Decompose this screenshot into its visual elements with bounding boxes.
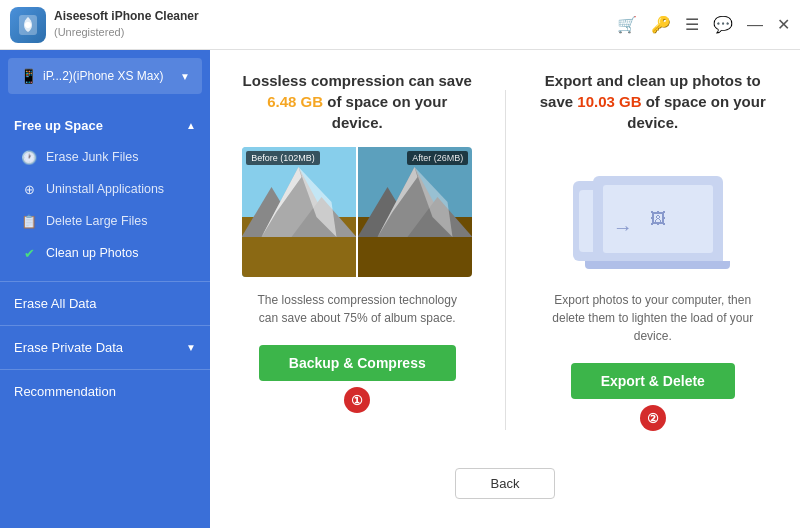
export-delete-title: Export and clean up photos to save 10.03…	[536, 70, 771, 133]
sidebar-item-erase-private-data[interactable]: Erase Private Data ▼	[0, 330, 210, 365]
device-name: iP...2)(iPhone XS Max)	[43, 69, 164, 83]
chevron-up-icon: ▲	[186, 120, 196, 131]
export-description: Export photos to your computer, then del…	[536, 291, 771, 345]
key-icon[interactable]: 🔑	[651, 15, 671, 34]
sidebar-item-erase-junk[interactable]: 🕐 Erase Junk Files	[0, 141, 210, 173]
svg-point-1	[25, 22, 31, 28]
menu-icon[interactable]: ☰	[685, 15, 699, 34]
sidebar: 📱 iP...2)(iPhone XS Max) ▼ Free up Space…	[0, 50, 210, 528]
before-label: Before (102MB)	[246, 151, 320, 165]
main-layout: 📱 iP...2)(iPhone XS Max) ▼ Free up Space…	[0, 50, 800, 528]
backup-compress-title: Lossless compression can save 6.48 GB of…	[240, 70, 475, 133]
uninstall-icon: ⊕	[20, 180, 38, 198]
backup-title-before: Lossless compression can save	[243, 72, 472, 89]
chat-icon[interactable]: 💬	[713, 15, 733, 34]
export-badge-row: ②	[640, 405, 666, 431]
transfer-arrow-icon: →	[613, 216, 633, 239]
backup-compress-card: Lossless compression can save 6.48 GB of…	[240, 70, 475, 450]
file-icon: 📋	[20, 212, 38, 230]
cart-icon[interactable]: 🛒	[617, 15, 637, 34]
before-after-image: Before (102MB)	[242, 147, 472, 277]
app-info: Aiseesoft iPhone Cleaner (Unregistered)	[10, 7, 199, 43]
backup-badge-row: ①	[344, 387, 370, 413]
backup-description: The lossless compression technology can …	[240, 291, 475, 327]
laptop-photo-icon: 🖼	[650, 210, 666, 228]
sidebar-item-clean-photos[interactable]: ✔ Clean up Photos	[0, 237, 210, 269]
check-icon: ✔	[20, 244, 38, 262]
device-icon: 📱	[20, 68, 37, 84]
close-button[interactable]: ✕	[777, 15, 790, 34]
image-divider	[356, 147, 358, 277]
app-title: Aiseesoft iPhone Cleaner (Unregistered)	[54, 9, 199, 40]
sidebar-divider-3	[0, 369, 210, 370]
sidebar-divider-1	[0, 281, 210, 282]
backup-highlight: 6.48 GB	[267, 93, 323, 110]
options-row: Lossless compression can save 6.48 GB of…	[240, 70, 770, 450]
content-area: Lossless compression can save 6.48 GB of…	[210, 50, 800, 528]
title-bar: Aiseesoft iPhone Cleaner (Unregistered) …	[0, 0, 800, 50]
back-button[interactable]: Back	[455, 468, 556, 499]
bottom-bar: Back	[240, 460, 770, 513]
export-illustration: 🖼 → 🖼	[553, 147, 753, 277]
minimize-button[interactable]: —	[747, 16, 763, 34]
content-inner: Lossless compression can save 6.48 GB of…	[210, 50, 800, 528]
export-delete-button[interactable]: Export & Delete	[571, 363, 735, 399]
after-label: After (26MB)	[407, 151, 468, 165]
free-up-space-section: Free up Space ▲ 🕐 Erase Junk Files ⊕ Uni…	[0, 102, 210, 277]
export-delete-card: Export and clean up photos to save 10.03…	[536, 70, 771, 450]
backup-compress-button[interactable]: Backup & Compress	[259, 345, 456, 381]
backup-title-after: of space on your device.	[327, 93, 447, 131]
export-title-after: of space on your device.	[627, 93, 765, 131]
export-highlight: 10.03 GB	[577, 93, 641, 110]
sidebar-item-erase-all-data[interactable]: Erase All Data	[0, 286, 210, 321]
sidebar-item-recommendation[interactable]: Recommendation	[0, 374, 210, 409]
sidebar-item-uninstall-apps[interactable]: ⊕ Uninstall Applications	[0, 173, 210, 205]
sidebar-item-delete-large[interactable]: 📋 Delete Large Files	[0, 205, 210, 237]
options-divider	[505, 90, 506, 430]
clock-icon: 🕐	[20, 148, 38, 166]
badge-1: ①	[344, 387, 370, 413]
badge-2: ②	[640, 405, 666, 431]
free-up-space-header[interactable]: Free up Space ▲	[0, 110, 210, 141]
before-image: Before (102MB)	[242, 147, 356, 277]
app-logo	[10, 7, 46, 43]
chevron-down-icon-private: ▼	[186, 342, 196, 353]
after-image: After (26MB)	[358, 147, 472, 277]
laptop-base	[585, 261, 730, 269]
sidebar-divider-2	[0, 325, 210, 326]
chevron-down-icon: ▼	[180, 71, 190, 82]
window-controls: 🛒 🔑 ☰ 💬 — ✕	[617, 15, 790, 34]
device-selector[interactable]: 📱 iP...2)(iPhone XS Max) ▼	[8, 58, 202, 94]
